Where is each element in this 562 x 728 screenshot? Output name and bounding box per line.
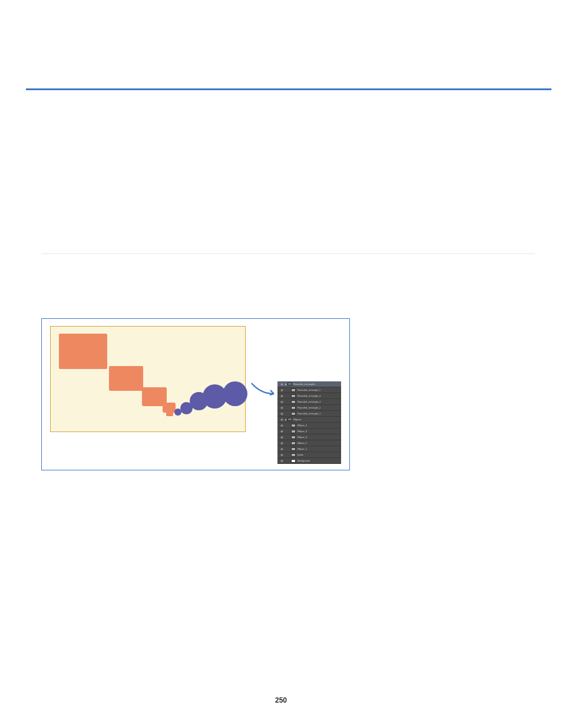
page-number: 250 xyxy=(0,696,562,704)
header-divider xyxy=(26,88,551,90)
visibility-icon[interactable]: 👁 xyxy=(279,436,284,439)
rounded-rectangle-shape xyxy=(109,366,143,391)
shape-thumb-icon xyxy=(291,424,296,427)
shape-thumb-icon xyxy=(291,442,296,445)
layer-label: Ellipse_2 xyxy=(297,442,307,444)
visibility-icon[interactable]: 👁 xyxy=(279,388,284,392)
visibility-icon[interactable]: 👁 xyxy=(279,447,284,451)
visibility-icon[interactable]: 👁 xyxy=(279,430,284,433)
layer-label: Rounded_rectangle_4 xyxy=(297,394,320,397)
visibility-icon[interactable]: 👁 xyxy=(279,406,284,410)
layer-group-header[interactable]: 👁 ▼ Ellipses xyxy=(277,417,341,423)
visibility-icon[interactable]: 👁 xyxy=(279,394,284,398)
shape-thumb-icon xyxy=(291,436,296,439)
layer-label: Background xyxy=(297,459,310,462)
visibility-icon[interactable]: 👁 xyxy=(279,453,284,457)
layer-row[interactable]: 👁 bottle xyxy=(277,452,341,458)
layer-label: bottle xyxy=(297,453,303,456)
folder-icon xyxy=(287,418,292,421)
layer-label: Ellipse_5 xyxy=(297,424,307,427)
rounded-rectangle-shape xyxy=(166,410,173,416)
visibility-icon[interactable]: 👁 xyxy=(279,424,284,427)
layer-label: Rounded_rectangle_5 xyxy=(297,388,320,391)
figure-frame: 👁 ▼ Rounded_rectangles 👁 Rounded_rectang… xyxy=(41,318,350,470)
layers-panel: 👁 ▼ Rounded_rectangles 👁 Rounded_rectang… xyxy=(277,381,341,464)
ellipse-shape xyxy=(223,381,247,406)
layer-label: Ellipse_3 xyxy=(297,436,307,439)
shape-thumb-icon xyxy=(291,453,296,457)
layer-row[interactable]: 👁 Background xyxy=(277,458,341,464)
shape-thumb-icon xyxy=(291,400,296,404)
layer-row[interactable]: 👁 Rounded_rectangle_3 xyxy=(277,399,341,405)
visibility-icon[interactable]: 👁 xyxy=(279,418,284,421)
arrow-icon xyxy=(250,381,277,397)
layer-label: Ellipse_4 xyxy=(297,430,307,433)
shape-thumb-icon xyxy=(291,412,296,416)
visibility-icon[interactable]: 👁 xyxy=(279,442,284,445)
visibility-icon[interactable]: 👁 xyxy=(279,383,284,386)
layer-row[interactable]: 👁 Ellipse_4 xyxy=(277,429,341,434)
folder-icon xyxy=(287,383,292,386)
layer-label: Rounded_rectangle_1 xyxy=(297,412,320,415)
shape-thumb-icon xyxy=(291,447,296,451)
illustration-canvas xyxy=(50,326,246,432)
layer-row[interactable]: 👁 Ellipse_1 xyxy=(277,446,341,452)
shape-thumb-icon xyxy=(291,394,296,398)
rounded-rectangle-shape xyxy=(59,334,107,369)
layer-label: Rounded_rectangle_3 xyxy=(297,400,320,403)
section-divider xyxy=(41,253,535,254)
layer-group-label: Rounded_rectangles xyxy=(293,383,315,386)
visibility-icon[interactable]: 👁 xyxy=(279,459,284,463)
visibility-icon[interactable]: 👁 xyxy=(279,400,284,404)
layer-group-label: Ellipses xyxy=(293,418,302,421)
shape-thumb-icon xyxy=(291,388,296,392)
layer-row[interactable]: 👁 Ellipse_5 xyxy=(277,423,341,429)
layer-row[interactable]: 👁 Rounded_rectangle_2 xyxy=(277,405,341,411)
layer-label: Rounded_rectangle_2 xyxy=(297,406,320,409)
layer-group-header[interactable]: 👁 ▼ Rounded_rectangles xyxy=(277,381,341,387)
layer-row[interactable]: 👁 Ellipse_2 xyxy=(277,440,341,446)
layer-label: Ellipse_1 xyxy=(297,447,307,450)
layer-row[interactable]: 👁 Rounded_rectangle_5 xyxy=(277,387,341,393)
shape-thumb-icon xyxy=(291,406,296,410)
layer-row[interactable]: 👁 Ellipse_3 xyxy=(277,434,341,440)
visibility-icon[interactable]: 👁 xyxy=(279,412,284,416)
background-thumb-icon xyxy=(291,459,296,463)
layer-row[interactable]: 👁 Rounded_rectangle_1 xyxy=(277,411,341,417)
layer-row[interactable]: 👁 Rounded_rectangle_4 xyxy=(277,393,341,399)
shape-thumb-icon xyxy=(291,430,296,433)
